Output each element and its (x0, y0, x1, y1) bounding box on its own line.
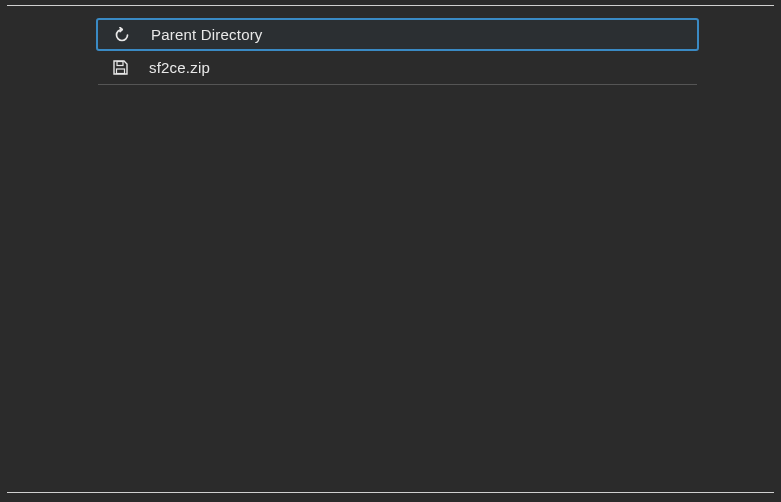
top-divider (7, 5, 774, 6)
back-icon (114, 27, 130, 43)
file-row-parent-directory[interactable]: Parent Directory (96, 18, 699, 51)
bottom-divider (7, 492, 774, 493)
svg-rect-1 (116, 69, 124, 74)
file-list: Parent Directory sf2ce.zip (96, 18, 699, 85)
svg-rect-0 (117, 62, 123, 66)
file-row-label: Parent Directory (151, 26, 263, 43)
row-divider (98, 84, 697, 85)
save-icon (112, 60, 128, 76)
file-row-label: sf2ce.zip (149, 59, 210, 76)
file-row-file[interactable]: sf2ce.zip (96, 51, 699, 84)
